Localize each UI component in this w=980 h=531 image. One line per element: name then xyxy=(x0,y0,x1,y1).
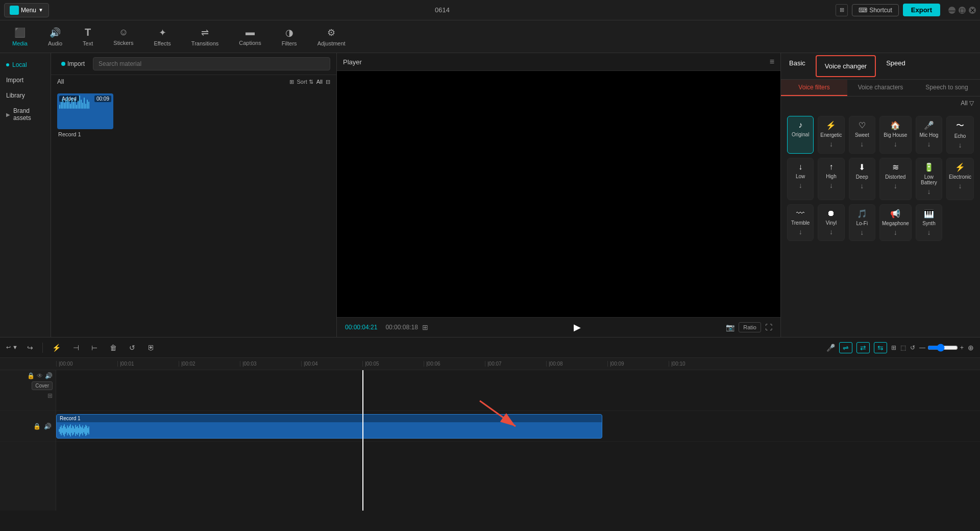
video-volume-icon[interactable]: 🔊 xyxy=(45,372,53,379)
vf-low-battery[interactable]: 🔋 Low Battery ↓ xyxy=(916,158,942,200)
split-audio-icon[interactable]: ⇌ xyxy=(839,342,852,353)
toolbar-item-stickers[interactable]: ☺ Stickers xyxy=(109,25,137,48)
vf-echo[interactable]: 〜 Echo ↓ xyxy=(946,116,974,154)
caption-icon[interactable]: ⬚ xyxy=(900,344,906,351)
download-icon: ↓ xyxy=(894,228,897,236)
vf-deep[interactable]: ⬇ Deep ↓ xyxy=(849,158,875,200)
import-dot-icon xyxy=(61,62,65,66)
shield-button[interactable]: ⛨ xyxy=(144,342,158,353)
replace-icon[interactable]: ⇆ xyxy=(874,342,887,353)
audio-volume-icon[interactable]: 🔊 xyxy=(44,423,52,430)
toolbar-item-captions[interactable]: ▬ Captions xyxy=(235,25,265,48)
toolbar-item-transitions[interactable]: ⇌ Transitions xyxy=(187,25,223,49)
ratio-button[interactable]: Ratio xyxy=(739,322,761,332)
tremble-icon: 〰 xyxy=(796,209,804,218)
loop-button[interactable]: ↺ xyxy=(126,342,138,353)
audio-lock-icon[interactable]: 🔒 xyxy=(33,423,41,430)
all-filter-label[interactable]: All ▽ xyxy=(961,100,974,107)
video-eye-icon[interactable]: 👁 xyxy=(37,372,43,379)
delete-button[interactable]: 🗑 xyxy=(107,342,120,353)
zoom-slider[interactable] xyxy=(927,344,958,352)
toolbar-item-audio[interactable]: 🔊 Audio xyxy=(44,25,66,49)
tab-basic[interactable]: Basic xyxy=(781,53,814,79)
tab-voice-changer[interactable]: Voice changer xyxy=(816,55,876,77)
toolbar-item-media[interactable]: ⬛ Media xyxy=(8,25,32,49)
player-menu-icon[interactable]: ≡ xyxy=(770,57,774,66)
fullscreen-icon[interactable]: ⛶ xyxy=(765,323,772,331)
sidebar-item-library[interactable]: Library xyxy=(0,88,51,103)
sidebar-item-brand-assets[interactable]: ▶ Brand assets xyxy=(0,103,51,126)
filters-icon: ◑ xyxy=(285,27,293,38)
vf-synth[interactable]: 🎹 Synth ↓ xyxy=(916,204,942,241)
search-input[interactable] xyxy=(93,57,330,70)
adjustment-label: Adjustment xyxy=(317,40,346,46)
split-button[interactable]: ⚡ xyxy=(49,342,64,353)
video-track-row xyxy=(56,370,980,411)
toolbar-item-adjustment[interactable]: ⚙ Adjustment xyxy=(313,25,350,49)
screenshot-icon[interactable]: 📷 xyxy=(726,323,734,331)
toolbar-item-effects[interactable]: ✦ Effects xyxy=(150,25,175,49)
close-button[interactable]: ✕ xyxy=(969,7,976,14)
download-icon: ↓ xyxy=(927,228,930,236)
video-lock-icon[interactable]: 🔒 xyxy=(27,372,35,379)
toolbar-item-text[interactable]: T Text xyxy=(79,25,97,49)
vf-tremble[interactable]: 〰 Tremble ↓ xyxy=(787,204,814,241)
import-label: Import xyxy=(6,77,23,84)
trim-end-button[interactable]: ⊢ xyxy=(88,342,101,353)
vf-high[interactable]: ↑ High ↓ xyxy=(818,158,844,200)
redo-button[interactable]: ↪ xyxy=(24,342,36,353)
shortcut-button[interactable]: ⌨ Shortcut xyxy=(852,4,899,16)
vf-original[interactable]: ♪ Original xyxy=(787,116,814,154)
detach-audio-icon[interactable]: ⇄ xyxy=(856,342,870,353)
tab-speed[interactable]: Speed xyxy=(878,53,914,79)
sub-tab-speech-to-song[interactable]: Speech to song xyxy=(914,80,980,96)
playhead[interactable] xyxy=(362,370,363,511)
sidebar-item-local[interactable]: Local xyxy=(0,57,51,73)
vf-megaphone[interactable]: 📢 Megaphone ↓ xyxy=(879,204,912,241)
filter-icon[interactable]: ⊟ xyxy=(326,79,330,85)
fit-icon[interactable]: ⊕ xyxy=(968,344,974,352)
vf-electronic[interactable]: ⚡ Electronic ↓ xyxy=(946,158,974,200)
play-button[interactable]: ▶ xyxy=(574,322,581,333)
media-item-record1[interactable]: Added 00:09 Record 1 xyxy=(57,93,118,137)
ruler-mark-2: |00:02 xyxy=(179,361,240,367)
toolbar-item-filters[interactable]: ◑ Filters xyxy=(278,25,301,49)
sub-tab-voice-filters[interactable]: Voice filters xyxy=(781,80,847,96)
logo-menu-button[interactable]: Menu ▼ xyxy=(4,3,49,17)
top-right-controls: ⊞ ⌨ Shortcut Export — □ ✕ xyxy=(836,4,976,16)
import-button[interactable]: Import xyxy=(57,58,89,69)
video-track-label: 🔒 👁 🔊 Cover ⊞ xyxy=(0,370,56,411)
vf-low[interactable]: ↓ Low ↓ xyxy=(787,158,814,200)
sort-button[interactable]: Sort ⇅ xyxy=(297,79,313,85)
all-filter-label[interactable]: All xyxy=(316,79,323,85)
vf-vinyl[interactable]: ⏺ Vinyl ↓ xyxy=(818,204,844,241)
vf-big-house[interactable]: 🏠 Big House ↓ xyxy=(879,116,912,154)
sidebar-item-import[interactable]: Import xyxy=(0,73,51,88)
minimize-button[interactable]: — xyxy=(948,7,955,14)
trim-start-button[interactable]: ⊣ xyxy=(70,342,82,353)
layout-grid-icon[interactable]: ⊞ xyxy=(422,323,428,331)
vf-mic-hog[interactable]: 🎤 Mic Hog ↓ xyxy=(916,116,942,154)
expand-track-icon[interactable]: ⊞ xyxy=(47,392,53,399)
audio-icon: 🔊 xyxy=(50,27,61,38)
captions-icon: ▬ xyxy=(246,27,255,38)
mic-icon[interactable]: 🎤 xyxy=(826,344,835,352)
player-viewport xyxy=(337,71,780,317)
menu-chevron-icon: ▼ xyxy=(38,7,43,13)
vf-energetic[interactable]: ⚡ Energetic ↓ xyxy=(818,116,844,154)
align-icon[interactable]: ⊞ xyxy=(891,344,896,351)
stickers-icon: ☺ xyxy=(119,27,128,38)
loop2-icon[interactable]: ↺ xyxy=(910,344,915,351)
undo-button[interactable]: ↩ ▼ xyxy=(6,344,18,351)
vf-lo-fi[interactable]: 🎵 Lo-Fi ↓ xyxy=(849,204,875,241)
vf-distorted[interactable]: ≋ Distorted ↓ xyxy=(879,158,912,200)
timeline-right-controls: 🎤 ⇌ ⇄ ⇆ ⊞ ⬚ ↺ — + ⊕ xyxy=(826,342,974,353)
audio-clip-record1[interactable]: Record 1 xyxy=(56,414,602,439)
sub-tab-voice-characters[interactable]: Voice characters xyxy=(847,80,914,96)
export-button[interactable]: Export xyxy=(903,4,940,16)
vf-sweet[interactable]: ♡ Sweet ↓ xyxy=(849,116,875,154)
maximize-button[interactable]: □ xyxy=(959,7,966,14)
layout-icon[interactable]: ⊞ xyxy=(836,4,848,16)
grid-view-icon[interactable]: ⊞ xyxy=(289,79,294,85)
cover-button[interactable]: Cover xyxy=(32,381,53,390)
